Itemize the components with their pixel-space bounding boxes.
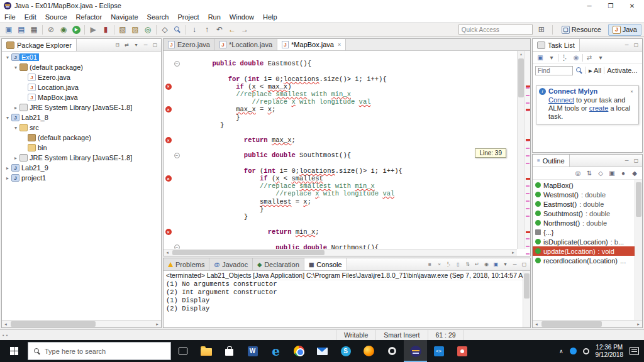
occurrence-mark[interactable]: [526, 238, 530, 239]
hide-fields-icon[interactable]: ◇: [596, 170, 606, 177]
outline-item-[interactable]: {...}: [533, 228, 642, 237]
tree-expanded-arrow[interactable]: ▾: [12, 65, 19, 70]
task-list-tab[interactable]: Task List: [533, 39, 580, 51]
tray-icon-2[interactable]: [583, 348, 589, 354]
taskbar-search-box[interactable]: Type here to search: [28, 342, 171, 360]
package-explorer-hscrollbar[interactable]: ◂ ▸: [2, 320, 161, 327]
forward-icon[interactable]: →: [238, 23, 251, 36]
prev-annotation-icon[interactable]: ↑: [201, 23, 213, 36]
scroll-lock-icon[interactable]: ⇅: [464, 261, 472, 267]
fold-collapse-icon[interactable]: −: [174, 61, 180, 67]
quick-access-input[interactable]: Quick Access: [458, 25, 533, 35]
run-icon[interactable]: ▶: [70, 23, 82, 36]
editor-tab-mapbox-java[interactable]: J*MapBox.java×: [277, 39, 346, 50]
tree-item-ezero-java[interactable]: JEzero.java: [2, 72, 161, 82]
fold-collapse-icon[interactable]: −: [174, 153, 180, 158]
outline-item-isduplicate-location[interactable]: isDuplicate(Location) : b...: [533, 237, 642, 246]
skip-breakpoints-icon[interactable]: ⊘: [45, 23, 57, 36]
clear-icon[interactable]: ▯: [454, 261, 462, 267]
word-wrap-icon[interactable]: ↵: [473, 261, 481, 267]
hide-local-types-icon[interactable]: ◆: [630, 170, 640, 177]
remove-all-icon[interactable]: ⡣: [445, 261, 453, 267]
taskbar-app-chrome[interactable]: [287, 340, 311, 362]
package-explorer-tab[interactable]: Package Explorer: [2, 39, 77, 51]
occurrence-mark[interactable]: [526, 87, 530, 89]
tree-item-src[interactable]: ▾src: [2, 123, 161, 133]
maximize-icon[interactable]: ▢: [520, 261, 528, 267]
tree-item-jre-system-library-javase-1-8[interactable]: ▸JRE System Library [JavaSE-1.8]: [2, 153, 161, 163]
taskbar-app-eclipse[interactable]: [404, 340, 427, 362]
remove-launch-icon[interactable]: ×: [435, 261, 443, 267]
occurrence-mark[interactable]: [526, 155, 530, 156]
save-icon[interactable]: ▤: [15, 23, 28, 36]
tree-item-mapbox-java[interactable]: JMapBox.java: [2, 92, 161, 102]
taskbar-clock[interactable]: 12:36 PM 9/12/2018: [596, 344, 624, 359]
error-marker-icon[interactable]: ×: [165, 84, 172, 90]
outline-item-northmost[interactable]: Northmost() : double: [533, 218, 642, 228]
tree-item-default-package[interactable]: ▾(default package): [2, 62, 161, 72]
tree-item-bin[interactable]: bin: [2, 143, 161, 153]
error-marker-icon[interactable]: ×: [165, 137, 172, 143]
menu-source[interactable]: Source: [41, 12, 72, 22]
activate-link[interactable]: Activate...: [607, 67, 637, 74]
occurrence-mark[interactable]: [526, 193, 530, 194]
external-tools-icon[interactable]: ▶: [87, 23, 99, 36]
occurrence-mark[interactable]: [526, 208, 530, 209]
link-with-editor-icon[interactable]: ⇄: [123, 42, 131, 48]
code-editor[interactable]: − public double Eastmost(){ for (int i= …: [164, 51, 530, 256]
outline-hscrollbar[interactable]: ◂ ▸: [533, 320, 642, 327]
outline-item-westmost[interactable]: Westmost() : double: [533, 190, 642, 199]
outline-vscrollbar[interactable]: [635, 180, 642, 320]
tree-expanded-arrow[interactable]: ▾: [4, 55, 11, 60]
new-java-project-icon[interactable]: ▧: [116, 23, 129, 36]
fold-collapse-icon[interactable]: −: [174, 244, 180, 249]
maximize-view-icon[interactable]: ▢: [632, 158, 640, 163]
pin-icon[interactable]: ◉: [482, 261, 491, 267]
outline-item-recordlocation-location[interactable]: recordlocation(Location)...: [533, 256, 642, 265]
tree-expanded-arrow[interactable]: ▾: [4, 115, 11, 121]
tree-item-lab21-9[interactable]: ▸JLab21_9: [2, 163, 161, 173]
new-class-icon[interactable]: ◎: [142, 23, 154, 36]
minimize-view-icon[interactable]: ─: [142, 42, 150, 48]
console-output[interactable]: (1) No arguments constructor(2) Int argu…: [164, 280, 530, 313]
tree-item-ex01[interactable]: ▾JEx01: [2, 52, 161, 62]
tab-problems[interactable]: Problems: [164, 258, 209, 270]
filter-all-dropdown[interactable]: ▸ All: [589, 67, 601, 75]
start-button[interactable]: [0, 340, 28, 362]
taskbar-app-task-view[interactable]: [171, 340, 194, 362]
tray-icon[interactable]: [570, 348, 577, 354]
find-input[interactable]: [535, 66, 573, 75]
view-menu-icon[interactable]: ▾: [132, 42, 140, 48]
editor-vscrollbar[interactable]: ▴: [517, 51, 525, 249]
java-perspective-button[interactable]: J Java: [608, 24, 641, 36]
hide-non-public-icon[interactable]: ●: [618, 170, 628, 177]
view-menu-icon[interactable]: ▾: [501, 261, 509, 267]
menu-refactor[interactable]: Refactor: [72, 12, 107, 22]
error-mark[interactable]: [526, 85, 530, 87]
scroll-right-icon[interactable]: ▸: [153, 322, 161, 327]
open-perspective-icon[interactable]: ⊞: [535, 23, 548, 36]
tree-collapsed-arrow[interactable]: ▸: [4, 165, 11, 171]
occurrence-mark[interactable]: [526, 200, 530, 202]
mylyn-create-link[interactable]: create: [589, 104, 609, 112]
package-tree[interactable]: ▾JEx01▾(default package)JEzero.javaJLoca…: [2, 52, 161, 320]
resource-perspective-button[interactable]: ▢ Resource: [557, 24, 606, 36]
outline-item-mapbox[interactable]: MapBox(): [533, 180, 642, 190]
taskbar-app-firefox[interactable]: [357, 340, 380, 362]
tree-collapsed-arrow[interactable]: ▸: [12, 155, 19, 161]
occurrence-mark[interactable]: [526, 102, 530, 104]
occurrence-mark[interactable]: [526, 148, 530, 149]
menu-run[interactable]: Run: [204, 12, 225, 22]
minimize-view-icon[interactable]: ─: [623, 158, 631, 163]
occurrence-mark[interactable]: [526, 95, 530, 96]
taskbar-app-vscode[interactable]: <>: [427, 340, 450, 362]
minimize-view-icon[interactable]: ─: [623, 42, 631, 48]
error-mark[interactable]: [526, 178, 530, 180]
occurrence-mark[interactable]: [526, 253, 530, 255]
open-console-icon[interactable]: ▣: [492, 261, 500, 267]
outline-list[interactable]: MapBox()Westmost() : doubleEastmost() : …: [533, 180, 642, 320]
menu-project[interactable]: Project: [173, 12, 203, 22]
occurrence-mark[interactable]: [526, 216, 530, 217]
restore-button[interactable]: ❐: [600, 0, 621, 11]
show-hidden-icons-chevron[interactable]: ∧: [559, 348, 564, 354]
